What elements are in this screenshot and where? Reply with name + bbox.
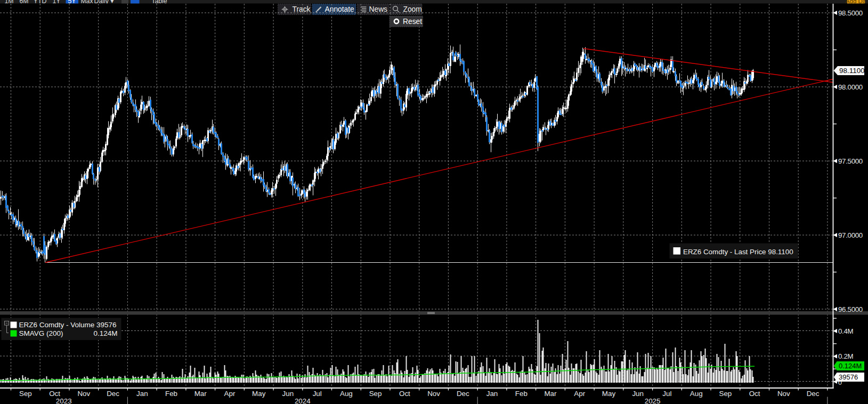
svg-text:2024: 2024 — [295, 397, 311, 404]
svg-text:Aug: Aug — [690, 390, 703, 398]
svg-text:Dec: Dec — [107, 390, 119, 398]
svg-text:Reset: Reset — [403, 18, 422, 26]
svg-text:Feb: Feb — [165, 390, 177, 398]
svg-text:May: May — [602, 390, 616, 398]
svg-text:97.5000: 97.5000 — [838, 157, 863, 165]
svg-text:98.0000: 98.0000 — [838, 83, 863, 91]
svg-text:Oct: Oct — [399, 390, 410, 398]
svg-text:2025: 2025 — [645, 397, 661, 404]
svg-text:Apr: Apr — [574, 390, 585, 398]
svg-text:May: May — [252, 390, 266, 398]
svg-text:Annotate: Annotate — [325, 5, 355, 13]
svg-text:Zoom: Zoom — [403, 5, 422, 13]
svg-text:Jan: Jan — [486, 390, 498, 398]
svg-text:96.5000: 96.5000 — [838, 305, 863, 313]
svg-text:Feb: Feb — [515, 390, 528, 398]
svg-text:Jul: Jul — [313, 390, 322, 398]
svg-text:Jan: Jan — [136, 390, 148, 398]
svg-text:ERZ6 Comdty - Volume 39576: ERZ6 Comdty - Volume 39576 — [19, 321, 117, 329]
svg-text:2023: 2023 — [56, 397, 72, 404]
svg-text:Track: Track — [293, 5, 311, 13]
svg-text:Sep: Sep — [19, 390, 32, 398]
svg-text:Nov: Nov — [77, 390, 90, 398]
svg-text:39576: 39576 — [839, 373, 858, 381]
svg-text:Nov: Nov — [777, 390, 790, 398]
svg-text:Jun: Jun — [632, 390, 644, 398]
svg-text:ERZ6 Comdty - Last Price 98.11: ERZ6 Comdty - Last Price 98.1100 — [683, 248, 793, 256]
svg-text:Jun: Jun — [282, 390, 294, 398]
svg-text:Nov: Nov — [427, 390, 440, 398]
svg-text:Sep: Sep — [719, 390, 732, 398]
svg-text:0.2M: 0.2M — [838, 352, 853, 360]
svg-text:Oct: Oct — [749, 390, 760, 398]
svg-text:98.5000: 98.5000 — [838, 9, 863, 17]
svg-text:0.124M: 0.124M — [839, 362, 862, 370]
svg-text:98.1100: 98.1100 — [839, 67, 865, 75]
svg-text:97.0000: 97.0000 — [838, 231, 863, 239]
svg-text:Mar: Mar — [194, 390, 207, 398]
svg-text:0.4M: 0.4M — [838, 327, 853, 335]
svg-text:Apr: Apr — [224, 390, 236, 398]
svg-text:Dec: Dec — [807, 390, 820, 398]
svg-text:Dec: Dec — [457, 390, 469, 398]
svg-text:News: News — [369, 5, 388, 13]
svg-text:Oct: Oct — [49, 390, 60, 398]
svg-text:Sep: Sep — [369, 390, 382, 398]
svg-text:Add Da: Add Da — [846, 0, 866, 4]
svg-text:Jul: Jul — [662, 390, 671, 398]
svg-text:Aug: Aug — [340, 390, 353, 398]
svg-text:0.124M: 0.124M — [93, 329, 117, 337]
svg-text:SMAVG (200): SMAVG (200) — [19, 329, 63, 337]
svg-text:Mar: Mar — [544, 390, 557, 398]
